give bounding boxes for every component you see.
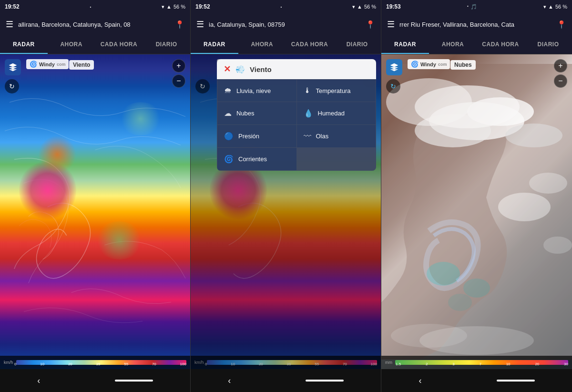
- tab-cada-hora-3[interactable]: CADA HORA: [477, 35, 524, 54]
- signal-icon-3: ▲: [548, 4, 553, 10]
- svg-point-9: [448, 294, 472, 311]
- scale-bar-3: mm 1.5 2 3 7 10 20 30: [381, 356, 572, 369]
- scale-labels-3: 1.5 2 3 7 10 20 30: [396, 362, 568, 366]
- zoom-in-button-1[interactable]: +: [172, 59, 185, 72]
- signal-dot-2: •: [280, 5, 282, 9]
- cloud-svg-3: [381, 54, 572, 369]
- tab-diario-3[interactable]: DIARIO: [524, 35, 572, 54]
- signal-dot-1: •: [90, 5, 91, 9]
- dropdown-item-humedad[interactable]: 💧 Humedad: [297, 102, 376, 124]
- tab-ahora-3[interactable]: AHORA: [429, 35, 477, 54]
- map-controls-1: + −: [172, 59, 185, 88]
- humedad-label: Humedad: [318, 110, 345, 117]
- battery-3: 56 %: [555, 4, 567, 10]
- corrientes-label: Corrientes: [238, 155, 267, 163]
- tab-radar-2[interactable]: RADAR: [191, 35, 238, 54]
- tab-diario-1[interactable]: DIARIO: [143, 35, 190, 54]
- lluvia-label: Lluvia, nieve: [236, 87, 271, 94]
- svg-point-3: [467, 97, 534, 126]
- tab-cada-hora-1[interactable]: CADA HORA: [95, 35, 143, 54]
- refresh-button-3[interactable]: ↻: [386, 79, 400, 93]
- dropdown-wind-icon: 💨: [235, 65, 245, 74]
- cloud-map-3: 🌀 Windy com Nubes ↻ + −: [381, 54, 572, 369]
- dropdown-grid: 🌧 Lluvia, nieve 🌡 Temperatura ☁ Nubes 💧 …: [217, 79, 376, 171]
- back-button-1[interactable]: ‹: [37, 376, 40, 386]
- svg-rect-0: [381, 64, 572, 360]
- battery-1: 56 %: [174, 4, 185, 10]
- svg-point-2: [415, 114, 491, 147]
- zoom-out-button-1[interactable]: −: [172, 74, 185, 88]
- wind-map-1: 🌀 Windy com Viento ↻ + −: [0, 54, 190, 369]
- top-bar-2: ☰ ia, Catalunya, Spain, 08759 📍: [191, 13, 381, 35]
- time-1: 19:52: [5, 3, 20, 10]
- dropdown-item-lluvia[interactable]: 🌧 Lluvia, nieve: [217, 80, 296, 102]
- scale-unit-3: mm: [385, 360, 392, 365]
- svg-point-8: [463, 279, 490, 298]
- close-dropdown-button[interactable]: ✕: [224, 64, 231, 74]
- status-icons-2: ▾ ▲ 56 %: [352, 4, 376, 10]
- dropdown-item-nubes[interactable]: ☁ Nubes: [217, 102, 296, 124]
- screen-3: 19:53 • 🎵 ▾ ▲ 56 % ☰ rrer Riu Freser, Va…: [381, 0, 572, 392]
- dropdown-selected-label: Viento: [250, 65, 272, 73]
- zoom-in-button-3[interactable]: +: [554, 59, 567, 72]
- home-indicator-1[interactable]: [115, 380, 153, 382]
- layer-button-3[interactable]: [386, 59, 402, 75]
- olas-icon: 〰: [304, 132, 311, 141]
- tab-radar-1[interactable]: RADAR: [0, 35, 48, 54]
- spotify-icon: 🎵: [470, 4, 477, 10]
- refresh-button-1[interactable]: ↻: [5, 79, 19, 93]
- dropdown-item-olas[interactable]: 〰 Olas: [297, 125, 376, 147]
- home-indicator-2[interactable]: [306, 380, 344, 382]
- svg-point-12: [543, 237, 572, 254]
- hamburger-icon-3[interactable]: ☰: [387, 19, 395, 30]
- signal-dot-3: •: [467, 4, 469, 10]
- back-button-2[interactable]: ‹: [228, 376, 231, 386]
- pin-icon-2[interactable]: 📍: [366, 20, 375, 29]
- windy-text-1: Windy: [39, 62, 55, 67]
- location-text-2: ia, Catalunya, Spain, 08759: [209, 21, 361, 28]
- status-icons-3: ▾ ▲ 56 %: [543, 4, 567, 10]
- status-icons-1: ▾ ▲ 56 %: [162, 4, 185, 10]
- dropdown-item-temperatura[interactable]: 🌡 Temperatura: [297, 80, 376, 102]
- nav-tabs-1: RADAR AHORA CADA HORA DIARIO: [0, 35, 190, 54]
- tab-ahora-1[interactable]: AHORA: [48, 35, 95, 54]
- nubes-label: Nubes: [236, 110, 255, 117]
- tab-radar-3[interactable]: RADAR: [381, 35, 429, 54]
- dropdown-item-presion[interactable]: 🔵 Presión: [217, 125, 296, 147]
- time-3: 19:53: [386, 3, 401, 10]
- wifi-icon-3: ▾: [543, 4, 546, 10]
- pin-icon-1[interactable]: 📍: [175, 20, 184, 29]
- scale-labels-1: 0 10 20 35 55 70 100: [14, 362, 186, 366]
- home-indicator-3[interactable]: [497, 380, 535, 382]
- dropdown-item-corrientes[interactable]: 🌀 Corrientes: [217, 148, 296, 170]
- corrientes-icon: 🌀: [224, 155, 234, 164]
- windy-logo-3: 🌀 Windy com: [408, 59, 450, 69]
- svg-point-13: [419, 326, 534, 355]
- tab-diario-2[interactable]: DIARIO: [333, 35, 381, 54]
- svg-point-11: [529, 173, 567, 194]
- svg-point-4: [505, 124, 562, 147]
- screens-container: 19:52 • ▾ ▲ 56 % ☰ allirana, Barcelona, …: [0, 0, 572, 392]
- hamburger-icon-1[interactable]: ☰: [6, 19, 13, 30]
- tab-cada-hora-2[interactable]: CADA HORA: [286, 35, 334, 54]
- layers-icon-1: [8, 62, 18, 72]
- pin-icon-3[interactable]: 📍: [557, 20, 566, 29]
- olas-label: Olas: [316, 133, 329, 140]
- temperatura-icon: 🌡: [304, 86, 311, 95]
- back-button-3[interactable]: ‹: [419, 376, 422, 386]
- temperatura-label: Temperatura: [316, 87, 351, 94]
- windy-com-3: com: [438, 62, 447, 67]
- battery-2: 56 %: [364, 4, 376, 10]
- map-area-2: 🌀 Windy com ↻ + − km/h 0 10: [191, 54, 381, 369]
- location-text-3: rrer Riu Freser, Vallirana, Barcelona, C…: [399, 21, 552, 28]
- layer-label-3: Nubes: [450, 60, 476, 70]
- nav-bar-3: ‹: [381, 369, 572, 392]
- location-text-1: allirana, Barcelona, Catalunya, Spain, 0…: [18, 21, 170, 28]
- nubes-icon: ☁: [224, 109, 232, 118]
- tab-ahora-2[interactable]: AHORA: [238, 35, 286, 54]
- hamburger-icon-2[interactable]: ☰: [196, 19, 204, 30]
- zoom-out-button-3[interactable]: −: [554, 74, 567, 88]
- layer-button-1[interactable]: [5, 59, 21, 75]
- windy-brand-icon-3: 🌀: [411, 61, 419, 68]
- screen-1: 19:52 • ▾ ▲ 56 % ☰ allirana, Barcelona, …: [0, 0, 191, 392]
